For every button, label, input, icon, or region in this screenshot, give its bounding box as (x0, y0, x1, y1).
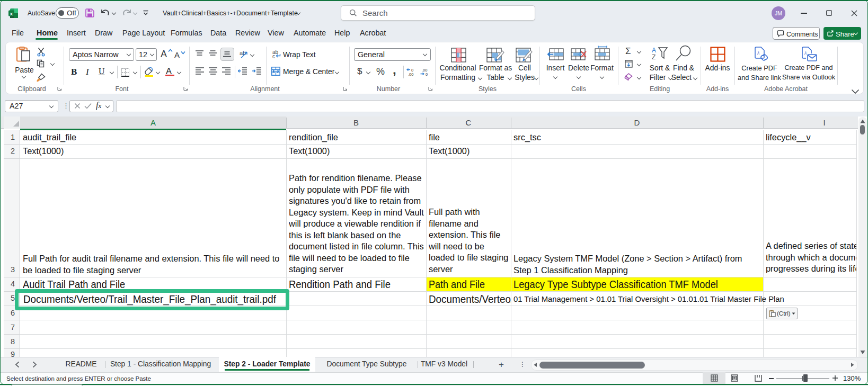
svg-text:λ: λ (804, 50, 807, 56)
svg-text:λ: λ (757, 50, 760, 56)
svg-text:Z: Z (652, 53, 656, 60)
svg-text:ab: ab (240, 50, 246, 56)
svg-text:0: 0 (426, 72, 428, 76)
svg-text:.00: .00 (408, 72, 413, 76)
svg-text:x: x (10, 11, 13, 16)
svg-text:A: A (652, 47, 656, 54)
svg-text:c: c (272, 53, 275, 58)
